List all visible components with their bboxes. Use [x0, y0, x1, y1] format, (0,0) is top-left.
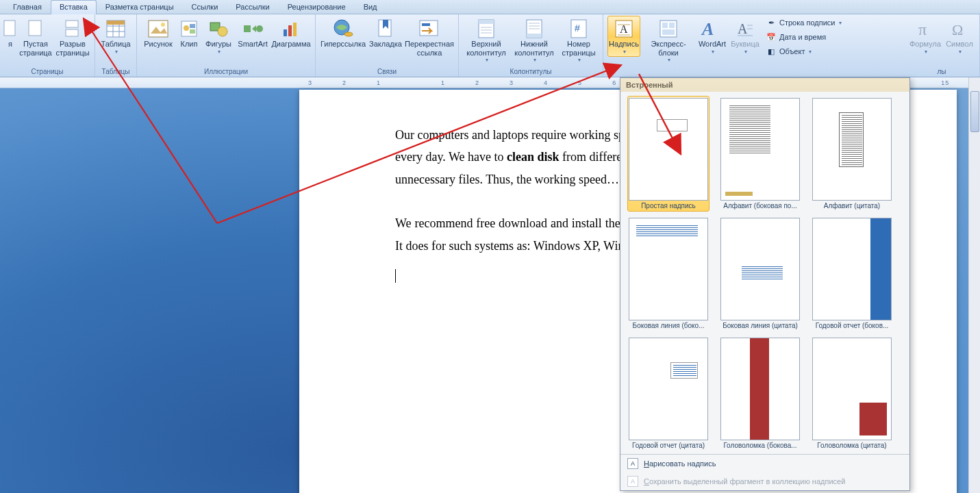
group-title: лы: [908, 66, 975, 77]
svg-point-18: [218, 27, 227, 36]
group-tables: Таблица Таблицы: [95, 14, 137, 77]
blank-page-button[interactable]: Пустая страница: [18, 16, 53, 59]
equation-button[interactable]: π Формула: [908, 16, 942, 57]
gallery-item-sideline-quote[interactable]: Боковая линия (цитата): [719, 216, 801, 331]
wordart-button[interactable]: A WordArt: [696, 16, 728, 57]
svg-rect-3: [66, 29, 78, 36]
group-title: Колонтитулы: [463, 66, 599, 77]
svg-rect-24: [293, 23, 297, 36]
omega-icon: Ω: [948, 18, 970, 40]
tab-page-layout[interactable]: Разметка страницы: [97, 0, 183, 14]
pagenum-button[interactable]: # Номер страницы: [559, 16, 599, 65]
hyperlink-button[interactable]: Гиперссылка: [320, 16, 366, 51]
group-headerfooter: Верхний колонтитул Нижний колонтитул # Н…: [459, 14, 603, 77]
quickparts-icon: [657, 18, 679, 40]
hash-icon: #: [568, 18, 590, 40]
table-button[interactable]: Таблица: [99, 16, 132, 57]
tab-mailings[interactable]: Рассылки: [227, 0, 278, 14]
shapes-icon: [208, 18, 229, 40]
header-button[interactable]: Верхний колонтитул: [463, 16, 510, 65]
dropcap-button[interactable]: A Буквица: [729, 16, 761, 57]
crossref-button[interactable]: Перекрестная ссылка: [405, 16, 454, 59]
footer-icon: [523, 18, 545, 40]
group-illustrations: Рисунок Клип Фигуры SmartArt Диаграмма И…: [137, 14, 316, 77]
clip-icon: [178, 18, 200, 40]
document-area: 3211234567891011121314151617 Our compute…: [0, 77, 980, 493]
group-links: Гиперссылка Закладка Перекрестная ссылка…: [316, 14, 459, 77]
gallery-item-sideline-sidebar[interactable]: Боковая линия (боко...: [627, 216, 709, 331]
tab-view[interactable]: Вид: [355, 0, 386, 14]
save-icon: A: [627, 476, 638, 487]
page-icon: [25, 18, 47, 40]
tab-insert[interactable]: Вставка: [51, 0, 97, 14]
svg-rect-10: [149, 21, 168, 37]
svg-rect-30: [422, 23, 430, 26]
calendar-icon: 📅: [766, 31, 777, 42]
picture-button[interactable]: Рисунок: [141, 16, 175, 51]
header-icon: [475, 18, 497, 40]
textbox-icon: A: [613, 18, 635, 40]
svg-point-21: [256, 25, 263, 32]
svg-text:A: A: [701, 19, 714, 39]
svg-rect-0: [4, 21, 15, 36]
tab-home[interactable]: Главная: [4, 0, 51, 14]
svg-text:Ω: Ω: [952, 21, 963, 38]
draw-textbox-button[interactable]: A Нарисовать надпись: [620, 455, 909, 472]
group-title: Страницы: [4, 66, 90, 77]
svg-text:A: A: [738, 21, 748, 36]
picture-icon: [147, 18, 169, 40]
signature-line-button[interactable]: ✒Строка подписи: [762, 16, 845, 29]
quickparts-button[interactable]: Экспресс-блоки: [642, 16, 695, 65]
textbox-gallery: Встроенный Простая надпись Алфавит (боко…: [620, 77, 910, 491]
group-title: Таблицы: [99, 66, 132, 77]
svg-marker-20: [252, 25, 256, 32]
gallery-item-simple-textbox[interactable]: Простая надпись: [627, 96, 709, 212]
cover-page-button[interactable]: я: [4, 16, 16, 51]
gallery-item-annual-quote[interactable]: Годовой отчет (цитата): [627, 336, 709, 451]
signature-icon: ✒: [766, 17, 777, 28]
gallery-item-alphabet-sidebar[interactable]: Алфавит (боковая по...: [719, 96, 801, 212]
pi-icon: π: [914, 18, 936, 40]
page-break-button[interactable]: Разрыв страницы: [55, 16, 90, 59]
svg-rect-9: [107, 21, 125, 25]
bookmark-icon: [375, 18, 397, 40]
smartart-button[interactable]: SmartArt: [236, 16, 270, 51]
group-title: Иллюстрации: [141, 66, 311, 77]
symbol-button[interactable]: Ω Символ: [944, 16, 975, 57]
svg-rect-15: [190, 24, 195, 28]
bookmark-button[interactable]: Закладка: [368, 16, 403, 51]
date-time-button[interactable]: 📅Дата и время: [762, 30, 845, 44]
gallery-item-alphabet-quote[interactable]: Алфавит (цитата): [811, 96, 893, 212]
gallery-item-annual-sidebar[interactable]: Годовой отчет (боков...: [811, 216, 893, 331]
wordart-icon: A: [701, 18, 723, 40]
svg-rect-16: [190, 29, 195, 34]
textbox-button[interactable]: A Надпись: [607, 16, 640, 57]
gallery-item-puzzle-sidebar[interactable]: Головоломка (бокова...: [719, 336, 801, 451]
svg-point-12: [161, 23, 165, 27]
smartart-icon: [242, 18, 264, 40]
gallery-scroll[interactable]: Простая надпись Алфавит (боковая по... А…: [620, 92, 909, 454]
svg-rect-50: [662, 29, 675, 35]
shapes-button[interactable]: Фигуры: [203, 16, 234, 57]
object-button[interactable]: ◧Объект: [762, 45, 845, 58]
svg-rect-1: [29, 21, 41, 36]
crossref-icon: [418, 18, 440, 40]
gallery-item-puzzle-quote[interactable]: Головоломка (цитата): [811, 336, 893, 451]
chart-button[interactable]: Диаграмма: [271, 16, 311, 51]
gallery-header: Встроенный: [620, 78, 909, 92]
chart-icon: [280, 18, 302, 40]
group-title: Связи: [320, 66, 454, 77]
svg-rect-49: [669, 23, 675, 28]
svg-text:π: π: [918, 21, 927, 38]
tab-review[interactable]: Рецензирование: [279, 0, 355, 14]
svg-point-14: [184, 25, 189, 31]
svg-rect-48: [662, 23, 668, 28]
table-icon: [105, 18, 127, 40]
clip-button[interactable]: Клип: [177, 16, 201, 51]
vertical-scrollbar[interactable]: [968, 77, 980, 493]
tab-references[interactable]: Ссылки: [183, 0, 227, 14]
group-pages: я Пустая страница Разрыв страницы Страни…: [0, 14, 95, 77]
svg-rect-22: [284, 29, 287, 36]
footer-button[interactable]: Нижний колонтитул: [511, 16, 557, 65]
svg-rect-32: [479, 20, 494, 24]
